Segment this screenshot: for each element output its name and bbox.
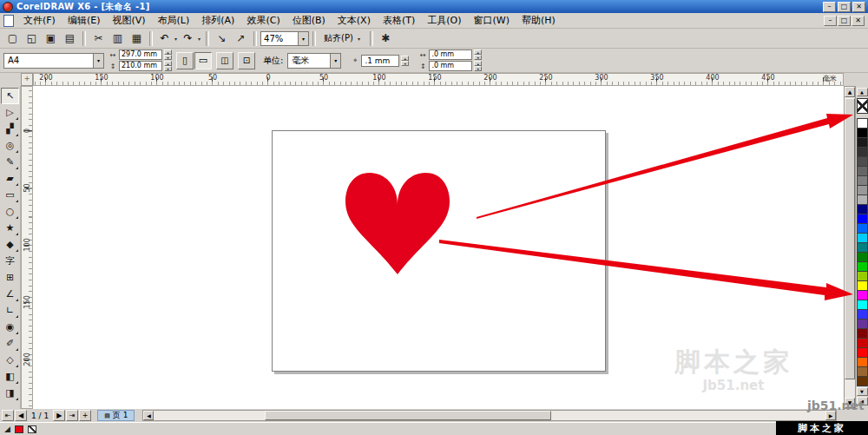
spin-down-icon[interactable]: ▾ bbox=[164, 66, 172, 71]
outline-color-indicator[interactable] bbox=[28, 425, 36, 433]
smart-fill-tool[interactable]: ▰ bbox=[1, 170, 19, 187]
chevron-down-icon[interactable]: ▾ bbox=[196, 36, 202, 42]
fill-tool[interactable]: ◧ bbox=[1, 368, 19, 385]
drawing-page[interactable] bbox=[272, 130, 606, 372]
units-select[interactable]: 毫米 ▾ bbox=[287, 53, 341, 69]
horizontal-scrollbar[interactable]: ◀ ▶ bbox=[142, 410, 837, 421]
zoom-tool[interactable]: ◎ bbox=[1, 137, 19, 154]
paper-size-select[interactable]: A4 ▾ bbox=[3, 53, 104, 69]
print-button[interactable]: ▤ bbox=[61, 30, 79, 47]
blend-tool[interactable]: ◉ bbox=[1, 319, 19, 335]
ruler-origin[interactable]: + bbox=[21, 73, 33, 86]
close-button[interactable]: ✕ bbox=[852, 2, 865, 12]
paste-button[interactable]: ▦ bbox=[128, 30, 146, 47]
chevron-down-icon[interactable]: ▾ bbox=[298, 32, 308, 45]
spin-down-icon[interactable]: ▾ bbox=[401, 61, 409, 66]
duplicate-x-field[interactable]: .0 mm bbox=[429, 49, 472, 60]
chevron-down-icon[interactable]: ▾ bbox=[330, 54, 340, 68]
outline-pen-tool[interactable]: ◇ bbox=[1, 352, 19, 368]
duplicate-y-stepper[interactable]: ▴ ▾ bbox=[474, 61, 482, 71]
horizontal-ruler[interactable]: 20015010050050100150200250300350400450 bbox=[33, 73, 844, 86]
interactive-fill-tool[interactable]: ◨ bbox=[1, 385, 19, 401]
page-width-stepper[interactable]: ▴ ▾ bbox=[164, 49, 172, 60]
duplicate-x-stepper[interactable]: ▴ ▾ bbox=[474, 49, 482, 60]
pick-tool[interactable]: ↖ bbox=[1, 88, 19, 104]
page-width-field[interactable]: 297.0 mm bbox=[119, 49, 162, 60]
undo-button[interactable]: ↶ ▾ bbox=[156, 30, 179, 47]
vertical-ruler[interactable]: 050100150200 bbox=[21, 86, 33, 409]
duplicate-y-field[interactable]: .0 mm bbox=[429, 61, 472, 71]
new-button[interactable]: ▢ bbox=[3, 30, 22, 47]
vertical-scroll-thumb[interactable] bbox=[845, 98, 855, 379]
no-color-swatch[interactable] bbox=[857, 98, 868, 114]
chevron-down-icon[interactable]: ▾ bbox=[173, 36, 179, 42]
current-page-button[interactable]: ⊡ bbox=[238, 52, 255, 69]
palette-scroll-up-icon[interactable]: ▲ bbox=[857, 88, 868, 96]
page-height-stepper[interactable]: ▴ ▾ bbox=[164, 61, 172, 71]
menu-tools[interactable]: 工具(O) bbox=[421, 13, 467, 28]
fill-color-indicator[interactable] bbox=[15, 425, 23, 433]
menu-file[interactable]: 文件(F) bbox=[17, 13, 62, 28]
text-tool[interactable]: 字 bbox=[1, 253, 19, 269]
redo-button[interactable]: ↷ ▾ bbox=[180, 30, 202, 47]
color-swatch[interactable] bbox=[857, 376, 868, 386]
canvas-area[interactable]: 脚本之家 Jb51.net bbox=[33, 86, 844, 409]
menu-bitmaps[interactable]: 位图(B) bbox=[286, 13, 332, 28]
connector-tool[interactable]: ∟ bbox=[1, 302, 19, 319]
maximize-button[interactable]: □ bbox=[838, 2, 851, 12]
menu-view[interactable]: 视图(V) bbox=[106, 13, 151, 28]
add-page-button[interactable]: + bbox=[79, 410, 91, 421]
vertical-scrollbar[interactable]: ▲ ▼ bbox=[844, 86, 856, 409]
nudge-offset-field[interactable]: .1 mm bbox=[361, 55, 399, 67]
all-pages-button[interactable]: ◫ bbox=[216, 52, 233, 69]
open-button[interactable]: ◱ bbox=[23, 30, 41, 47]
menu-text[interactable]: 文本(X) bbox=[332, 13, 377, 28]
shape-tool[interactable]: ▷ bbox=[1, 104, 19, 121]
menu-window[interactable]: 窗口(W) bbox=[468, 13, 516, 28]
ellipse-tool[interactable]: ○ bbox=[1, 203, 19, 220]
rectangle-tool[interactable]: ▭ bbox=[1, 187, 19, 203]
portrait-button[interactable]: ▯ bbox=[176, 52, 194, 69]
spin-down-icon[interactable]: ▾ bbox=[474, 55, 482, 60]
freehand-tool[interactable]: ✎ bbox=[1, 154, 19, 170]
copy-button[interactable]: ▥ bbox=[108, 30, 127, 47]
table-tool[interactable]: ⊞ bbox=[1, 269, 19, 286]
minimize-button[interactable]: – bbox=[823, 2, 836, 12]
scroll-up-icon[interactable]: ▲ bbox=[845, 87, 855, 97]
menu-help[interactable]: 帮助(H) bbox=[516, 13, 562, 28]
zoom-level-select[interactable]: 47% ▾ bbox=[260, 31, 309, 46]
chevron-down-icon[interactable]: ▾ bbox=[93, 54, 103, 68]
save-button[interactable]: ▣ bbox=[42, 30, 60, 47]
snap-menu-button[interactable]: 贴齐(P) ▾ bbox=[319, 30, 366, 47]
export-button[interactable]: ↗ bbox=[232, 30, 250, 47]
options-button[interactable]: ✱ bbox=[377, 30, 395, 47]
crop-tool[interactable]: ▞ bbox=[1, 121, 19, 137]
menu-layout[interactable]: 布局(L) bbox=[152, 13, 196, 28]
last-page-button[interactable]: ⇥ bbox=[66, 410, 78, 421]
spin-down-icon[interactable]: ▾ bbox=[164, 55, 172, 60]
nudge-stepper[interactable]: ▴ ▾ bbox=[401, 56, 409, 66]
spin-down-icon[interactable]: ▾ bbox=[474, 66, 482, 71]
import-button[interactable]: ↘ bbox=[213, 30, 231, 47]
doc-restore-button[interactable]: □ bbox=[838, 16, 851, 26]
palette-scroll-down-icon[interactable]: ▼ bbox=[857, 387, 868, 396]
landscape-button[interactable]: ▭ bbox=[194, 52, 212, 69]
menu-effects[interactable]: 效果(C) bbox=[240, 13, 286, 28]
menu-arrange[interactable]: 排列(A) bbox=[195, 13, 240, 28]
dimension-tool[interactable]: ∠ bbox=[1, 286, 19, 302]
menu-table[interactable]: 表格(T) bbox=[377, 13, 421, 28]
cut-button[interactable]: ✂ bbox=[89, 30, 108, 47]
scroll-left-icon[interactable]: ◀ bbox=[143, 411, 154, 420]
basic-shapes-tool[interactable]: ◆ bbox=[1, 236, 19, 253]
eyedropper-tool[interactable]: ✐ bbox=[1, 335, 19, 352]
doc-close-button[interactable]: ✕ bbox=[852, 16, 865, 26]
prev-page-button[interactable]: ◀ bbox=[15, 410, 27, 421]
horizontal-scroll-thumb[interactable] bbox=[265, 411, 551, 420]
doc-minimize-button[interactable]: – bbox=[824, 16, 837, 26]
page-height-field[interactable]: 210.0 mm bbox=[119, 61, 162, 71]
page-tab[interactable]: ▤ 页 1 bbox=[97, 410, 135, 421]
next-page-button[interactable]: ▶ bbox=[53, 410, 65, 421]
menu-edit[interactable]: 编辑(E) bbox=[62, 13, 107, 28]
first-page-button[interactable]: ⇤ bbox=[2, 410, 14, 421]
polygon-tool[interactable]: ★ bbox=[1, 220, 19, 236]
